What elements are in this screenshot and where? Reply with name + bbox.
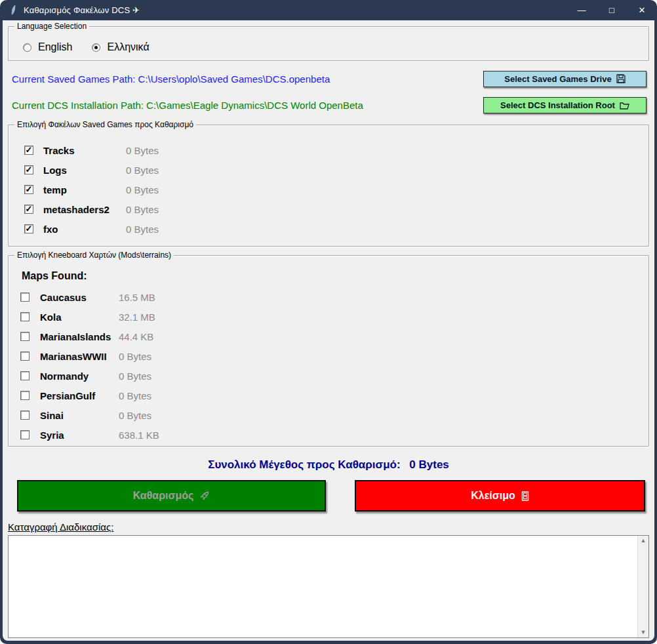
saved-games-path-label: Current Saved Games Path: C:\Users\oplo\… bbox=[12, 73, 330, 85]
checkbox[interactable] bbox=[20, 352, 30, 361]
size-value: 0 Bytes bbox=[126, 145, 159, 156]
language-selection-legend: Language Selection bbox=[14, 22, 89, 31]
select-saved-games-drive-label: Select Saved Games Drive bbox=[504, 74, 611, 84]
window-title: Καθαρισμός Φακέλων DCS ✈ bbox=[24, 5, 140, 15]
language-radio-label: Ελληνικά bbox=[107, 41, 149, 53]
select-dcs-installation-root-button[interactable]: Select DCS Installation Root bbox=[483, 97, 647, 113]
checkbox-label: Syria bbox=[40, 430, 119, 441]
checkbox-label: MarianasWWII bbox=[40, 351, 119, 362]
size-value: 638.1 KB bbox=[119, 430, 159, 441]
size-value: 44.4 KB bbox=[119, 331, 153, 342]
checkbox-row: Logs 0 Bytes bbox=[24, 160, 648, 180]
language-radio-option[interactable]: Ελληνικά bbox=[92, 41, 149, 53]
checkbox-label: Caucasus bbox=[40, 292, 119, 303]
checkbox-label: Kola bbox=[40, 312, 119, 323]
save-disk-icon bbox=[616, 74, 626, 83]
checkbox-label: PersianGulf bbox=[40, 390, 119, 401]
checkbox-row: Normandy 0 Bytes bbox=[20, 366, 648, 386]
kneeboard-maps-legend: Επιλογή Kneeboard Χαρτών (Mods\terrains) bbox=[14, 251, 174, 260]
folders-list: Tracks 0 Bytes Logs 0 Bytes temp 0 Bytes… bbox=[24, 140, 648, 239]
radio-button-icon[interactable] bbox=[23, 43, 31, 52]
size-value: 0 Bytes bbox=[119, 351, 151, 362]
log-scrollbar[interactable]: ▲ ▼ bbox=[637, 536, 648, 637]
checkbox-label: Tracks bbox=[43, 145, 126, 156]
checkbox-label: Sinai bbox=[40, 410, 119, 421]
checkbox[interactable] bbox=[20, 312, 30, 321]
language-options: English Ελληνικά bbox=[9, 27, 648, 53]
door-icon bbox=[521, 491, 529, 501]
checkbox-row: MarianasWWII 0 Bytes bbox=[20, 346, 648, 366]
close-app-button[interactable]: Κλείσιμο bbox=[355, 480, 645, 512]
checkbox[interactable] bbox=[20, 430, 30, 439]
size-value: 32.1 MB bbox=[119, 312, 155, 323]
saved-games-path-row: Current Saved Games Path: C:\Users\oplo\… bbox=[8, 70, 649, 87]
maximize-button[interactable]: □ bbox=[597, 0, 627, 20]
checkbox-row: Syria 638.1 KB bbox=[20, 425, 648, 445]
app-feather-icon bbox=[7, 5, 18, 16]
scroll-down-icon[interactable]: ▼ bbox=[641, 630, 647, 635]
close-app-button-label: Κλείσιμο bbox=[471, 490, 515, 502]
size-value: 0 Bytes bbox=[126, 204, 159, 215]
kneeboard-maps-group: Επιλογή Kneeboard Χαρτών (Mods\terrains)… bbox=[8, 255, 649, 447]
select-dcs-installation-root-label: Select DCS Installation Root bbox=[500, 100, 615, 110]
checkbox[interactable] bbox=[20, 292, 30, 302]
total-size-row: Συνολικό Μέγεθος προς Καθαρισμό: 0 Bytes bbox=[8, 458, 649, 472]
checkbox-row: Sinai 0 Bytes bbox=[20, 405, 648, 425]
log-output[interactable] bbox=[9, 536, 637, 637]
radio-button-icon[interactable] bbox=[92, 43, 100, 52]
checkbox-row: metashaders2 0 Bytes bbox=[24, 199, 648, 219]
checkbox-label: fxo bbox=[43, 224, 126, 235]
maps-found-header: Maps Found: bbox=[22, 270, 648, 282]
size-value: 0 Bytes bbox=[119, 371, 151, 382]
checkbox-row: MarianaIslands 44.4 KB bbox=[20, 327, 648, 346]
total-size-value: 0 Bytes bbox=[409, 458, 448, 471]
checkbox[interactable] bbox=[24, 146, 33, 155]
main-content: Language Selection English Ελληνικά Curr… bbox=[3, 20, 654, 641]
checkbox[interactable] bbox=[20, 391, 30, 400]
size-value: 16.5 MB bbox=[119, 292, 155, 303]
scroll-up-icon[interactable]: ▲ bbox=[641, 538, 647, 544]
size-value: 0 Bytes bbox=[126, 165, 159, 176]
rocket-icon bbox=[199, 491, 210, 501]
minimize-button[interactable]: — bbox=[567, 0, 597, 20]
size-value: 0 Bytes bbox=[126, 184, 159, 195]
size-value: 0 Bytes bbox=[119, 410, 151, 421]
titlebar: Καθαρισμός Φακέλων DCS ✈ — □ ✕ bbox=[0, 0, 657, 20]
checkbox-label: temp bbox=[43, 184, 126, 195]
checkbox[interactable] bbox=[24, 185, 33, 194]
clean-button[interactable]: Καθαρισμός bbox=[17, 480, 326, 512]
action-buttons-row: Καθαρισμός Κλείσιμο bbox=[17, 480, 645, 512]
total-size-label: Συνολικό Μέγεθος προς Καθαρισμό: bbox=[208, 458, 400, 471]
select-saved-games-drive-button[interactable]: Select Saved Games Drive bbox=[483, 71, 647, 87]
language-radio-option[interactable]: English bbox=[23, 41, 72, 53]
window-controls: — □ ✕ bbox=[567, 0, 657, 20]
checkbox-row: fxo 0 Bytes bbox=[24, 219, 648, 239]
language-radio-label: English bbox=[38, 41, 72, 53]
clean-button-label: Καθαρισμός bbox=[133, 490, 194, 502]
app-window: Καθαρισμός Φακέλων DCS ✈ — □ ✕ Language … bbox=[0, 0, 657, 644]
close-window-button[interactable]: ✕ bbox=[627, 0, 657, 20]
checkbox[interactable] bbox=[24, 224, 33, 233]
checkbox-row: temp 0 Bytes bbox=[24, 180, 648, 199]
checkbox[interactable] bbox=[24, 205, 33, 214]
saved-games-folders-legend: Επιλογή Φακέλων Saved Games προς Καθαρισ… bbox=[14, 120, 196, 129]
log-box: ▲ ▼ bbox=[8, 535, 649, 638]
checkbox-row: PersianGulf 0 Bytes bbox=[20, 386, 648, 405]
checkbox-label: metashaders2 bbox=[43, 204, 126, 215]
maps-list: Caucasus 16.5 MB Kola 32.1 MB MarianaIsl… bbox=[20, 287, 648, 445]
checkbox[interactable] bbox=[24, 165, 33, 174]
checkbox[interactable] bbox=[20, 411, 30, 420]
checkbox-label: MarianaIslands bbox=[40, 331, 119, 342]
folder-icon bbox=[620, 101, 629, 110]
size-value: 0 Bytes bbox=[119, 390, 151, 401]
dcs-install-path-label: Current DCS Installation Path: C:\Games\… bbox=[12, 100, 363, 111]
checkbox-row: Kola 32.1 MB bbox=[20, 307, 648, 327]
size-value: 0 Bytes bbox=[126, 224, 159, 235]
checkbox[interactable] bbox=[20, 371, 30, 380]
log-label: Καταγραφή Διαδικασίας: bbox=[8, 521, 649, 533]
checkbox-row: Caucasus 16.5 MB bbox=[20, 287, 648, 307]
checkbox-label: Normandy bbox=[40, 371, 119, 382]
checkbox[interactable] bbox=[20, 332, 30, 341]
saved-games-folders-group: Επιλογή Φακέλων Saved Games προς Καθαρισ… bbox=[8, 125, 649, 247]
dcs-install-path-row: Current DCS Installation Path: C:\Games\… bbox=[8, 96, 649, 113]
